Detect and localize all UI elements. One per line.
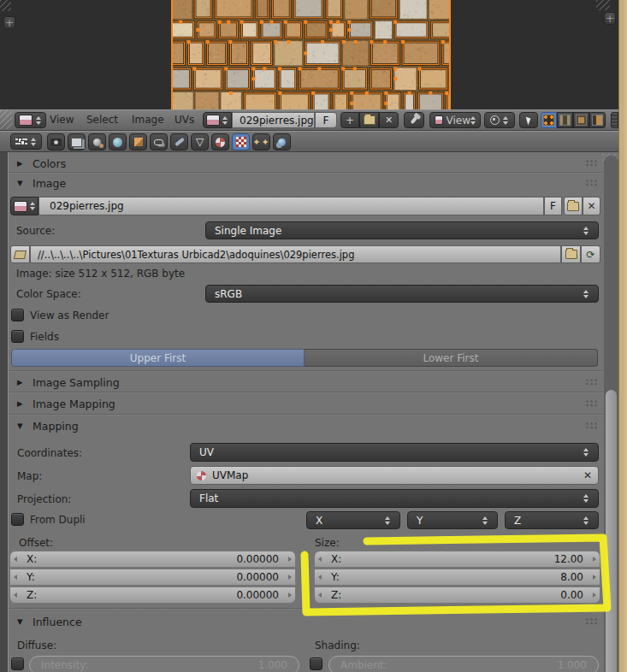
panel-header-mapping[interactable]: Mapping — [17, 418, 599, 433]
panel-header-colors[interactable]: Colors — [17, 156, 599, 171]
filepath-browse-button[interactable] — [561, 245, 581, 263]
shading-ambient-slider[interactable]: Ambient: 1.000 — [328, 656, 599, 672]
panel-drag-dots[interactable] — [586, 180, 599, 187]
tab-object[interactable] — [129, 133, 147, 150]
panel-drag-dots[interactable] — [586, 422, 599, 430]
color-space-dropdown[interactable]: sRGB — [205, 285, 599, 303]
increment-arrow-icon[interactable] — [288, 557, 292, 562]
tab-texture-active[interactable] — [232, 133, 250, 150]
sticky-selection-button-partial[interactable] — [611, 112, 618, 128]
unlink-image-button[interactable]: ✕ — [379, 112, 399, 128]
expand-region-button-right[interactable]: + — [604, 12, 616, 25]
clear-map-icon[interactable]: ✕ — [583, 469, 592, 481]
panel-header-influence[interactable]: Influence — [17, 614, 599, 629]
diffuse-intensity-checkbox[interactable] — [11, 657, 24, 670]
source-label: Source: — [16, 225, 55, 237]
menu-view[interactable]: View — [46, 109, 77, 131]
corner-widget-top-left[interactable] — [0, 0, 11, 11]
folder-icon — [567, 202, 579, 211]
increment-arrow-icon[interactable] — [288, 592, 292, 598]
panel-header-image-sampling[interactable]: Image Sampling — [17, 374, 599, 390]
tab-particles[interactable]: ✦✦ — [252, 133, 270, 150]
tab-constraints[interactable] — [150, 133, 168, 150]
display-mode-dropdown[interactable]: View — [429, 112, 481, 128]
separator — [9, 370, 618, 372]
shading-ambient-checkbox[interactable] — [310, 657, 322, 670]
uv-sync-selection-button[interactable] — [519, 112, 538, 128]
size-z-field[interactable]: Z: 0.00 — [314, 587, 600, 604]
open-image-button[interactable] — [564, 197, 583, 215]
increment-arrow-icon[interactable] — [593, 575, 596, 580]
filepath-reload-button[interactable]: ⟳ — [581, 245, 600, 263]
tab-physics[interactable] — [273, 133, 291, 150]
tab-scene[interactable] — [88, 133, 106, 150]
pivot-selector[interactable] — [484, 112, 515, 128]
panel-drag-dots[interactable] — [586, 400, 599, 408]
image-datablock-browse[interactable] — [203, 112, 232, 128]
tab-render-layers[interactable] — [68, 133, 86, 150]
filepath-field[interactable]: //..\..\..\..\Pictures\01Texturas Urbica… — [30, 245, 561, 263]
coordinates-dropdown[interactable]: UV — [190, 443, 599, 462]
unlink-image-button[interactable]: ✕ — [583, 197, 600, 215]
new-image-button[interactable]: + — [340, 112, 359, 128]
axis-x-dropdown[interactable]: X — [306, 511, 400, 529]
face-select-icon — [576, 115, 587, 126]
uv-select-edge-button[interactable] — [557, 112, 573, 128]
tab-render[interactable] — [47, 133, 65, 150]
pivot-arrows-icon — [502, 115, 509, 127]
menu-uvs[interactable]: UVs — [171, 109, 198, 131]
dropdown-arrows-icon — [583, 492, 589, 504]
offset-x-field[interactable]: X: 0.00000 — [9, 551, 296, 568]
view-as-render-checkbox[interactable] — [11, 309, 24, 321]
tab-object-data[interactable]: ▽ — [191, 133, 209, 150]
texture-image-with-uv-overlay[interactable] — [171, 0, 451, 109]
offset-y-field[interactable]: Y: 0.00000 — [9, 569, 296, 586]
corner-widget-header-left[interactable] — [0, 110, 12, 129]
uv-select-face-button[interactable] — [573, 112, 589, 128]
projection-label: Projection: — [17, 493, 71, 505]
panel-header-image-mapping[interactable]: Image Mapping — [17, 396, 599, 411]
panel-drag-dots[interactable] — [586, 379, 599, 386]
from-dupli-checkbox[interactable] — [11, 513, 24, 526]
size-x-field[interactable]: X: 12.00 — [314, 551, 600, 568]
uv-select-vertex-button[interactable] — [541, 112, 557, 128]
uv-select-island-button[interactable] — [589, 112, 606, 128]
increment-arrow-icon[interactable] — [593, 592, 596, 598]
image-name-field[interactable]: 029pierres.jpg — [38, 197, 544, 215]
panel-header-image[interactable]: Image — [17, 175, 599, 191]
tab-modifiers[interactable] — [170, 133, 188, 150]
open-image-button[interactable] — [359, 112, 379, 128]
offset-z-field[interactable]: Z: 0.00000 — [9, 587, 296, 604]
menu-select[interactable]: Select — [83, 109, 121, 131]
filepath-icon-button[interactable] — [10, 245, 30, 263]
tab-material[interactable] — [211, 133, 229, 150]
expand-region-button-left[interactable]: + — [3, 16, 15, 29]
panel-drag-dots[interactable] — [586, 618, 599, 626]
source-dropdown[interactable]: Single Image — [205, 221, 599, 239]
pin-button[interactable] — [404, 112, 424, 128]
image-name-field[interactable]: 029pierres.jpg — [232, 112, 315, 128]
fake-user-button[interactable]: F — [544, 197, 562, 215]
properties-scrollbar-thumb[interactable] — [606, 390, 617, 672]
projection-dropdown[interactable]: Flat — [190, 489, 599, 508]
axis-y-dropdown[interactable]: Y — [407, 511, 498, 529]
map-field[interactable]: UVMap ✕ — [190, 466, 599, 485]
size-y-field[interactable]: Y: 8.00 — [314, 569, 600, 586]
tab-world[interactable] — [109, 133, 127, 150]
diffuse-intensity-slider[interactable]: Intensity: 1.000 — [29, 656, 299, 672]
properties-editor-type-selector[interactable] — [10, 133, 42, 150]
fields-checkbox[interactable] — [11, 330, 24, 343]
dropdown-arrows-icon — [384, 515, 391, 527]
increment-arrow-icon[interactable] — [593, 557, 596, 562]
increment-arrow-icon[interactable] — [288, 575, 292, 580]
upper-first-button[interactable]: Upper First — [11, 349, 305, 367]
pivot-icon — [490, 115, 500, 125]
axis-z-dropdown[interactable]: Z — [505, 511, 599, 529]
lower-first-button[interactable]: Lower First — [305, 349, 598, 367]
menu-image[interactable]: Image — [128, 109, 168, 131]
editor-type-selector[interactable] — [15, 112, 46, 128]
image-datablock-browse[interactable] — [10, 197, 38, 215]
panel-drag-dots[interactable] — [586, 160, 599, 168]
corner-widget-top-right[interactable] — [596, 0, 610, 10]
fake-user-button[interactable]: F — [315, 112, 337, 128]
